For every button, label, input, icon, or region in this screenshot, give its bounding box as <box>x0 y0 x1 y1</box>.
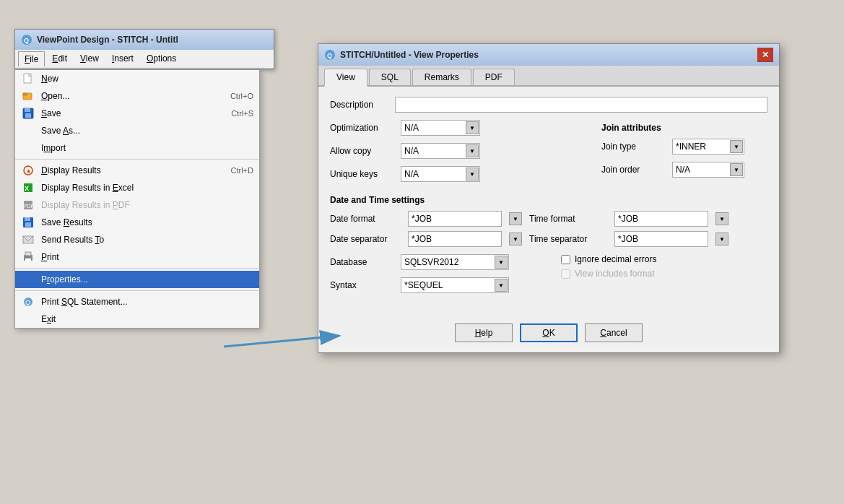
dialog-titlebar: Q STITCH/Untitled - View Properties ✕ <box>318 44 779 66</box>
menu-edit[interactable]: Edit <box>46 51 73 66</box>
ignore-decimal-checkbox[interactable] <box>561 255 570 264</box>
new-icon <box>21 71 35 86</box>
menu-label-saveas: Save As... <box>41 126 80 136</box>
db-left: Database SQLSVR2012DB2MYSQL ▼ Syntax *SE… <box>330 254 547 300</box>
dialog-buttons: Help OK Cancel <box>318 316 779 352</box>
optimization-select[interactable]: N/A <box>401 120 480 136</box>
datesep-label: Date separator <box>330 234 402 244</box>
menu-item-saveresults[interactable]: Save Results <box>15 214 259 231</box>
joinorder-row: Join order N/A ▼ <box>601 162 767 178</box>
timeformat-select[interactable]: *JOB*HMS*ISO <box>614 211 708 227</box>
menu-item-display[interactable]: ★ Display Results Ctrl+D <box>15 162 259 179</box>
database-row: Database SQLSVR2012DB2MYSQL ▼ <box>330 254 547 270</box>
menu-label-displaypdf: Display Results in PDF <box>41 200 130 210</box>
allowcopy-select-wrapper: N/A ▼ <box>401 143 480 159</box>
dialog-content: Description Optimization N/A ▼ <box>318 87 779 316</box>
tab-remarks[interactable]: Remarks <box>412 69 471 85</box>
menu-view[interactable]: View <box>74 51 105 66</box>
menu-label-properties: Properties... <box>41 274 88 284</box>
database-select[interactable]: SQLSVR2012DB2MYSQL <box>401 254 509 270</box>
app-icon: Q <box>21 34 32 45</box>
datetime-grid: Date format *JOB*MDY*DMY*YMD*ISO ▼ Time … <box>330 211 767 247</box>
help-button[interactable]: Help <box>455 323 513 342</box>
svg-rect-17 <box>23 236 33 243</box>
menu-options[interactable]: Options <box>141 51 182 66</box>
svg-text:X: X <box>25 185 29 192</box>
arrow-pointer <box>202 318 361 354</box>
tab-sql[interactable]: SQL <box>369 69 411 85</box>
uniquekeys-select-wrapper: N/A ▼ <box>401 166 480 182</box>
dateformat-label: Date format <box>330 214 402 224</box>
tab-pdf[interactable]: PDF <box>473 69 515 85</box>
svg-rect-6 <box>25 108 30 112</box>
syntax-select[interactable]: *SEQUEL*SQL <box>401 277 509 293</box>
ok-button[interactable]: OK <box>520 323 578 342</box>
jointype-label: Join type <box>601 142 666 152</box>
excel-icon: X <box>21 181 35 195</box>
menu-insert[interactable]: Insert <box>106 51 139 66</box>
dateformat-select[interactable]: *JOB*MDY*DMY*YMD*ISO <box>408 211 502 227</box>
database-label: Database <box>330 257 395 267</box>
svg-rect-15 <box>25 217 30 221</box>
menu-label-display: Display Results <box>41 165 101 175</box>
two-col-section: Optimization N/A ▼ Allow copy N/A <box>330 120 767 189</box>
menu-item-displayexcel[interactable]: X Display Results in Excel <box>15 179 259 196</box>
menu-item-open[interactable]: Open... Ctrl+O <box>15 87 259 105</box>
menu-item-properties[interactable]: Properties... <box>15 271 259 288</box>
cancel-button[interactable]: Cancel <box>585 323 643 342</box>
svg-rect-20 <box>25 258 31 261</box>
menu-item-save[interactable]: Save Ctrl+S <box>15 105 259 122</box>
dialog-tabs: View SQL Remarks PDF <box>318 66 779 87</box>
joinorder-select[interactable]: N/A <box>672 162 744 178</box>
menu-item-new[interactable]: New <box>15 70 259 87</box>
main-window-titlebar: Q ViewPoint Design - STITCH - Untitl <box>15 30 274 50</box>
menu-label-exit: Exit <box>41 314 56 324</box>
menu-label-print: Print <box>41 252 59 262</box>
menu-item-sendresults[interactable]: Send Results To <box>15 231 259 248</box>
save-results-icon <box>21 215 35 230</box>
joinorder-select-wrapper: N/A ▼ <box>672 162 744 178</box>
display-shortcut: Ctrl+D <box>231 166 253 175</box>
view-includes-checkbox <box>561 269 570 279</box>
menu-item-import[interactable]: Import <box>15 139 259 157</box>
uniquekeys-row: Unique keys N/A ▼ <box>330 166 587 182</box>
svg-text:★: ★ <box>26 168 31 175</box>
open-icon <box>21 89 35 103</box>
send-icon <box>21 233 35 247</box>
svg-rect-16 <box>25 222 31 227</box>
join-attributes-header: Join attributes <box>601 123 767 133</box>
database-section: Database SQLSVR2012DB2MYSQL ▼ Syntax *SE… <box>330 254 767 300</box>
menu-file[interactable]: File <box>18 51 45 66</box>
divider-2 <box>15 268 259 269</box>
menu-item-printsql[interactable]: Q Print SQL Statement... <box>15 293 259 310</box>
joinorder-label: Join order <box>601 165 666 175</box>
dialog-title-text: STITCH/Untitled - View Properties <box>340 50 757 60</box>
file-dropdown-menu: New Open... Ctrl+O Save Ctrl+S Save As..… <box>14 69 260 329</box>
col-left: Optimization N/A ▼ Allow copy N/A <box>330 120 587 189</box>
pdf-gray-icon: PDF <box>21 198 35 212</box>
dateformat-select-wrapper: *JOB*MDY*DMY*YMD*ISO ▼ <box>408 211 523 227</box>
menu-label-displayexcel: Display Results in Excel <box>41 183 134 193</box>
timeformat-arrow: ▼ <box>715 212 728 225</box>
view-properties-dialog: Q STITCH/Untitled - View Properties ✕ Vi… <box>318 43 780 353</box>
menu-item-print[interactable]: Print <box>15 248 259 266</box>
jointype-select[interactable]: *INNER *LEFT *RIGHT *FULL <box>672 139 744 155</box>
timesep-arrow: ▼ <box>715 233 728 246</box>
svg-text:PDF: PDF <box>24 204 34 209</box>
print-icon <box>21 250 35 264</box>
timesep-select[interactable]: *JOB:. <box>614 231 708 247</box>
menu-label-sendresults: Send Results To <box>41 235 104 245</box>
datesep-select[interactable]: *JOB/-. <box>408 231 502 247</box>
description-input[interactable] <box>395 97 767 113</box>
view-includes-label: View includes format <box>575 269 655 279</box>
tab-view[interactable]: View <box>324 69 367 87</box>
description-label: Description <box>330 100 395 110</box>
menubar: File Edit View Insert Options <box>15 50 274 69</box>
dialog-close-button[interactable]: ✕ <box>757 48 773 62</box>
allowcopy-select[interactable]: N/A <box>401 143 480 159</box>
menu-item-saveas[interactable]: Save As... <box>15 122 259 139</box>
allowcopy-label: Allow copy <box>330 146 395 156</box>
svg-text:Q: Q <box>327 52 332 59</box>
uniquekeys-select[interactable]: N/A <box>401 166 480 182</box>
menu-label-save: Save <box>41 108 61 118</box>
